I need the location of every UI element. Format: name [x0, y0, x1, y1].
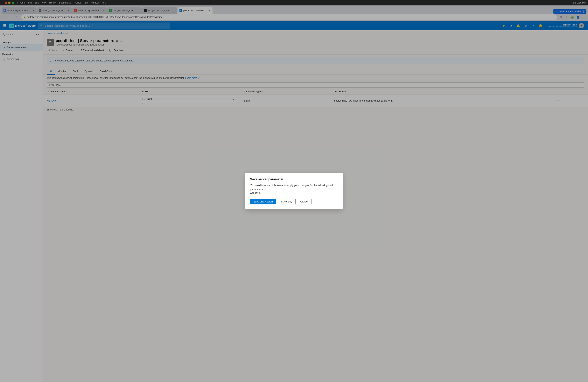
cancel-button[interactable]: Cancel	[297, 199, 312, 204]
modal-buttons: Save and Restart Save only Cancel	[250, 199, 338, 204]
modal-dialog: Save server parameter You need to restar…	[245, 173, 343, 209]
modal-body: You need to restart this server to apply…	[250, 183, 338, 195]
save-and-restart-button[interactable]: Save and Restart	[250, 199, 276, 204]
modal-overlay: Save server parameter You need to restar…	[0, 0, 588, 382]
modal-title: Save server parameter	[250, 178, 338, 181]
modal-body-line1: You need to restart this server to apply…	[250, 184, 334, 191]
modal-body-line2: wal_level	[250, 191, 260, 194]
save-only-button[interactable]: Save only	[278, 199, 295, 204]
